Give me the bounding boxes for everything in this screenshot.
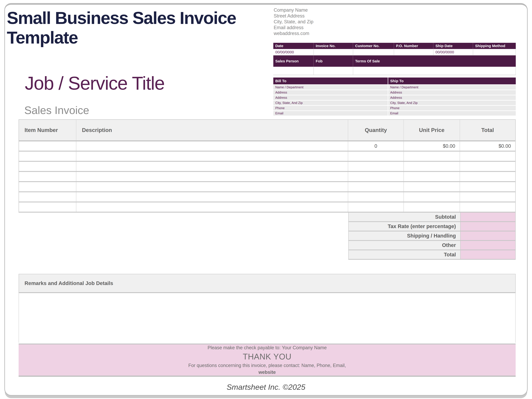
grand-total-label: Total [348,250,460,259]
website-line: website [259,370,276,375]
bill-to-header: Bill To [273,77,388,84]
bill-to-email-field[interactable]: Email [273,111,388,116]
description-cell[interactable] [76,172,348,181]
address-row: City, State, And Zip City, State, And Zi… [273,101,516,105]
subtotal-row: Subtotal [348,212,516,222]
bill-to-address2-field[interactable]: Address [273,95,388,100]
meta-header-terms-of-sale: Terms Of Sale [353,55,516,67]
ship-to-address1-field[interactable]: Address [388,90,516,95]
tax-rate-row: Tax Rate (enter percentage) [348,222,516,232]
ship-to-email-field[interactable]: Email [388,111,516,116]
description-cell[interactable] [76,162,348,171]
sales-person-field[interactable] [273,67,314,75]
customer-no-field[interactable] [353,49,394,55]
grand-total-value-field[interactable] [460,250,516,259]
quantity-cell[interactable] [348,172,404,181]
ship-to-address2-field[interactable]: Address [388,95,516,100]
ship-to-phone-field[interactable]: Phone [388,106,516,110]
item-number-cell[interactable] [19,162,76,171]
quantity-cell[interactable]: 0 [348,142,404,151]
description-cell[interactable] [76,152,348,161]
ship-date-field[interactable]: 00/00/0000 [433,49,473,55]
subtotal-label: Subtotal [348,212,460,221]
bill-to-address1-field[interactable]: Address [273,90,388,95]
col-header-quantity: Quantity [348,120,404,140]
tax-rate-label: Tax Rate (enter percentage) [348,222,460,231]
quantity-cell[interactable] [348,152,404,161]
unit-price-cell[interactable]: $0.00 [404,142,460,151]
company-city: City, State, and Zip [274,19,313,25]
unit-price-cell[interactable] [404,162,460,171]
total-cell[interactable] [460,152,515,161]
invoice-no-field[interactable] [314,49,353,55]
sales-value-row [273,67,516,75]
unit-price-cell[interactable] [404,152,460,161]
bill-to-name-field[interactable]: Name / Department [273,85,388,90]
description-cell[interactable] [76,182,348,191]
item-row [19,182,515,192]
item-number-cell[interactable] [19,192,76,202]
item-row [19,192,515,202]
bill-to-city-field[interactable]: City, State, And Zip [273,101,388,105]
item-number-cell[interactable] [19,182,76,191]
other-value-field[interactable] [460,241,516,250]
remarks-input-area[interactable] [19,293,516,343]
tax-rate-value-field[interactable] [460,222,516,231]
contact-line: For questions concerning this invoice, p… [188,363,346,368]
items-header-row: Item Number Description Quantity Unit Pr… [19,120,515,142]
shipping-handling-label: Shipping / Handling [348,232,460,240]
item-row [19,152,515,162]
fob-field[interactable] [314,67,353,75]
unit-price-cell[interactable] [404,172,460,181]
shipping-handling-value-field[interactable] [460,232,516,240]
total-cell[interactable] [460,172,515,181]
date-field[interactable]: 00/00/0000 [273,49,314,55]
item-number-cell[interactable] [19,142,76,151]
item-number-cell[interactable] [19,152,76,161]
company-email: Email address [274,25,313,31]
remarks-header: Remarks and Additional Job Details [19,274,516,293]
ship-to-city-field[interactable]: City, State, And Zip [388,101,516,105]
quantity-cell[interactable] [348,162,404,171]
description-cell[interactable] [76,192,348,202]
shipping-method-field[interactable] [473,49,516,55]
address-row: Phone Phone [273,106,516,110]
item-number-cell[interactable] [19,202,76,212]
address-row: Address Address [273,90,516,95]
unit-price-cell[interactable] [404,182,460,191]
total-cell[interactable] [460,182,515,191]
meta-header-shipping-method: Shipping Method [473,43,516,49]
meta-header-customer-no: Customer No. [353,43,394,49]
bill-to-phone-field[interactable]: Phone [273,106,388,110]
total-cell[interactable] [460,192,515,202]
total-cell[interactable] [460,202,515,212]
col-header-item-number: Item Number [19,120,76,140]
meta-header-po-number: P.O. Number [394,43,433,49]
shipping-handling-row: Shipping / Handling [348,232,516,241]
meta-header-sales-person: Sales Person [273,55,314,67]
total-cell[interactable] [460,162,515,171]
terms-of-sale-field[interactable] [353,67,516,75]
quantity-cell[interactable] [348,182,404,191]
smartsheet-credit: Smartsheet Inc. ©2025 [0,383,532,392]
ship-to-name-field[interactable]: Name / Department [388,85,516,90]
po-number-field[interactable] [394,49,433,55]
meta-header-fob: Fob [314,55,353,67]
subtotal-value-field[interactable] [460,212,516,221]
total-cell[interactable]: $0.00 [460,142,515,151]
quantity-cell[interactable] [348,192,404,202]
address-row: Name / Department Name / Department [273,85,516,90]
description-cell[interactable] [76,142,348,151]
bill-ship-header-row: Bill To Ship To [273,77,516,84]
item-row [19,162,515,172]
company-street: Street Address [274,13,313,19]
payable-line: Please make the check payable to: Your C… [208,345,327,350]
description-cell[interactable] [76,202,348,212]
quantity-cell[interactable] [348,202,404,212]
line-items-table: Item Number Description Quantity Unit Pr… [19,119,516,212]
item-number-cell[interactable] [19,172,76,181]
job-service-title: Job / Service Title [25,73,165,94]
unit-price-cell[interactable] [404,192,460,202]
unit-price-cell[interactable] [404,202,460,212]
remarks-section: Remarks and Additional Job Details [19,274,516,343]
